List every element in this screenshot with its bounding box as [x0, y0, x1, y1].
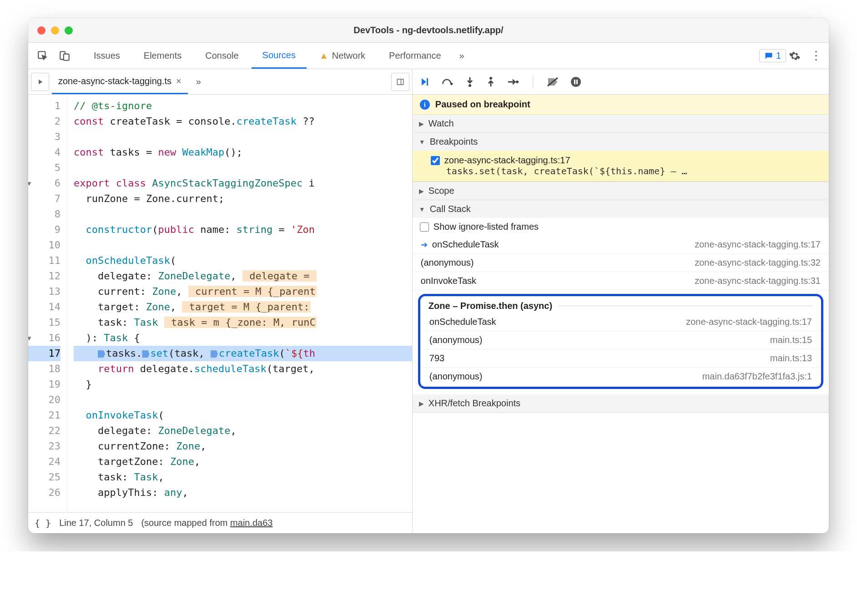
- settings-icon[interactable]: [789, 50, 805, 62]
- line-number[interactable]: 10: [28, 237, 60, 253]
- code-line[interactable]: onScheduleTask(: [74, 253, 412, 268]
- line-number[interactable]: 2: [28, 114, 60, 129]
- tab-network[interactable]: ▲Network: [308, 43, 376, 69]
- line-number[interactable]: 22: [28, 423, 60, 439]
- drawer-toggle-icon[interactable]: [391, 73, 409, 91]
- line-number[interactable]: 24: [28, 454, 60, 470]
- code-line[interactable]: const createTask = console.createTask ??: [74, 114, 412, 129]
- line-number[interactable]: 15: [28, 315, 60, 330]
- line-number[interactable]: 11: [28, 253, 60, 268]
- tab-elements[interactable]: Elements: [133, 43, 192, 69]
- code-line[interactable]: runZone = Zone.current;: [74, 191, 412, 207]
- code-line[interactable]: export class AsyncStackTaggingZoneSpec i: [74, 176, 412, 191]
- svg-point-9: [516, 81, 519, 83]
- breakpoints-header[interactable]: ▼Breakpoints: [413, 133, 829, 151]
- code-line[interactable]: [74, 129, 412, 145]
- line-number[interactable]: 12: [28, 268, 60, 284]
- close-tab-icon[interactable]: ×: [176, 76, 181, 86]
- inspect-icon[interactable]: [33, 47, 53, 65]
- window-title: DevTools - ng-devtools.netlify.app/: [28, 25, 829, 35]
- code-line[interactable]: task: Task task = m {_zone: M, runC: [74, 315, 412, 330]
- line-number[interactable]: 5: [28, 160, 60, 176]
- line-number[interactable]: 25: [28, 470, 60, 485]
- more-tabs-icon[interactable]: »: [454, 50, 470, 61]
- code-line[interactable]: tasks.set(task, createTask(`${th: [74, 346, 412, 361]
- deactivate-breakpoints-icon[interactable]: [547, 77, 559, 87]
- more-file-tabs-icon[interactable]: »: [191, 76, 207, 87]
- code-line[interactable]: currentZone: Zone,: [74, 439, 412, 454]
- line-number[interactable]: 18: [28, 361, 60, 377]
- code-line[interactable]: onInvokeTask(: [74, 408, 412, 423]
- code-line[interactable]: [74, 392, 412, 408]
- code-line[interactable]: return delegate.scheduleTask(target,: [74, 361, 412, 377]
- tab-performance[interactable]: Performance: [378, 43, 452, 69]
- code-line[interactable]: [74, 237, 412, 253]
- code-line[interactable]: const tasks = new WeakMap();: [74, 145, 412, 160]
- code-line[interactable]: ): Task {: [74, 330, 412, 346]
- code-line[interactable]: targetZone: Zone,: [74, 454, 412, 470]
- status-bar: { } Line 17, Column 5 (source mapped fro…: [28, 512, 412, 533]
- line-number[interactable]: 4: [28, 145, 60, 160]
- tab-console[interactable]: Console: [194, 43, 249, 69]
- callstack-header[interactable]: ▼Call Stack: [413, 200, 829, 218]
- line-number[interactable]: 16: [28, 330, 60, 346]
- code-line[interactable]: delegate: ZoneDelegate, delegate =: [74, 268, 412, 284]
- line-number[interactable]: 14: [28, 299, 60, 315]
- step-icon[interactable]: [507, 77, 519, 86]
- code-line[interactable]: // @ts-ignore: [74, 98, 412, 114]
- file-tab[interactable]: zone-async-stack-tagging.ts ×: [52, 69, 188, 94]
- breakpoint-item[interactable]: zone-async-stack-tagging.ts:17 tasks.set…: [413, 151, 829, 182]
- code-line[interactable]: [74, 160, 412, 176]
- code-line[interactable]: [74, 207, 412, 222]
- line-number[interactable]: 17: [28, 346, 60, 361]
- callstack-frame[interactable]: onScheduleTaskzone-async-stack-tagging.t…: [421, 313, 820, 331]
- pretty-print-icon[interactable]: { }: [35, 518, 51, 529]
- callstack-frame[interactable]: (anonymous)main.da63f7b2fe3f1fa3.js:1: [421, 368, 820, 386]
- line-number[interactable]: 1: [28, 98, 60, 114]
- code-line[interactable]: }: [74, 377, 412, 392]
- line-number[interactable]: 9: [28, 222, 60, 237]
- watch-header[interactable]: ▶Watch: [413, 115, 829, 132]
- line-number[interactable]: 13: [28, 284, 60, 299]
- device-toggle-icon[interactable]: [55, 47, 75, 65]
- line-number[interactable]: 23: [28, 439, 60, 454]
- callstack-frame[interactable]: onInvokeTaskzone-async-stack-tagging.ts:…: [413, 272, 829, 290]
- code-line[interactable]: constructor(public name: string = 'Zon: [74, 222, 412, 237]
- tab-issues[interactable]: Issues: [83, 43, 131, 69]
- code-line[interactable]: task: Task,: [74, 470, 412, 485]
- navigator-toggle-icon[interactable]: [31, 73, 49, 91]
- step-out-icon[interactable]: [486, 76, 495, 87]
- line-number[interactable]: 3: [28, 129, 60, 145]
- code-line[interactable]: applyThis: any,: [74, 485, 412, 500]
- step-into-icon[interactable]: [465, 76, 474, 87]
- breakpoint-checkbox[interactable]: [431, 156, 440, 165]
- code-editor[interactable]: 1234567891011121314151617181920212223242…: [28, 95, 412, 512]
- line-number[interactable]: 7: [28, 191, 60, 207]
- resume-icon[interactable]: [419, 76, 430, 87]
- pause-exceptions-icon[interactable]: [570, 76, 581, 87]
- sourcemap-link[interactable]: main.da63: [230, 518, 272, 528]
- code-line[interactable]: delegate: ZoneDelegate,: [74, 423, 412, 439]
- tab-sources[interactable]: Sources: [252, 43, 307, 69]
- callstack-frame[interactable]: 793main.ts:13: [421, 349, 820, 368]
- messages-chip[interactable]: 1: [759, 49, 786, 62]
- line-number[interactable]: 20: [28, 392, 60, 408]
- callstack-frame[interactable]: (anonymous)main.ts:15: [421, 331, 820, 349]
- cursor-position: Line 17, Column 5: [59, 518, 133, 528]
- code-line[interactable]: current: Zone, current = M {_parent: [74, 284, 412, 299]
- step-over-icon[interactable]: [442, 77, 454, 86]
- line-number[interactable]: 21: [28, 408, 60, 423]
- callstack-frame[interactable]: ➔onScheduleTaskzone-async-stack-tagging.…: [413, 236, 829, 254]
- xhr-header[interactable]: ▶XHR/fetch Breakpoints: [413, 394, 829, 412]
- show-ignored-option[interactable]: Show ignore-listed frames: [413, 218, 829, 236]
- line-number[interactable]: 8: [28, 207, 60, 222]
- kebab-icon[interactable]: ⋮: [808, 49, 824, 63]
- line-number[interactable]: 26: [28, 485, 60, 500]
- code-line[interactable]: target: Zone, target = M {_parent:: [74, 299, 412, 315]
- show-ignored-checkbox[interactable]: [420, 222, 429, 232]
- callstack-frame[interactable]: (anonymous)zone-async-stack-tagging.ts:3…: [413, 254, 829, 272]
- scope-header[interactable]: ▶Scope: [413, 182, 829, 200]
- code-content[interactable]: // @ts-ignoreconst createTask = console.…: [67, 95, 412, 512]
- line-number[interactable]: 6: [28, 176, 60, 191]
- line-number[interactable]: 19: [28, 377, 60, 392]
